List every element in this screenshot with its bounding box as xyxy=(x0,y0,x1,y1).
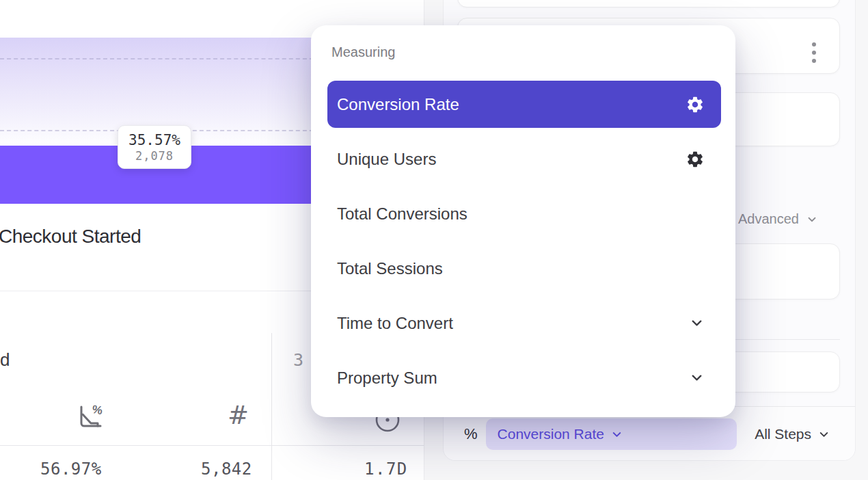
chevron-down-icon xyxy=(610,428,623,441)
advanced-label: Advanced xyxy=(738,211,799,227)
tooltip-rate: 35.57% xyxy=(128,132,180,148)
chevron-down-icon xyxy=(689,315,705,331)
menu-item-time-to-convert[interactable]: Time to Convert xyxy=(327,299,721,347)
menu-item-conversion-rate[interactable]: Conversion Rate xyxy=(327,81,721,128)
divider xyxy=(0,445,424,446)
advanced-toggle[interactable]: Advanced xyxy=(738,211,818,227)
menu-item-property-sum[interactable]: Property Sum xyxy=(327,354,721,401)
menu-item-label: Total Conversions xyxy=(337,204,467,224)
measuring-chip-label: Conversion Rate xyxy=(498,426,604,442)
conversion-rate-icon: % xyxy=(75,402,105,432)
menu-item-label: Property Sum xyxy=(337,369,437,388)
menu-item-label: Time to Convert xyxy=(337,314,453,333)
measuring-chip[interactable]: Conversion Rate xyxy=(486,418,737,450)
query-card xyxy=(457,0,840,8)
chevron-down-icon xyxy=(806,213,818,226)
metric-value-count: 5,842 xyxy=(201,459,252,479)
metric-value-conversion-rate: 56.97% xyxy=(40,459,102,479)
chevron-down-icon xyxy=(689,370,705,386)
count-icon: # xyxy=(228,401,249,430)
svg-text:%: % xyxy=(91,403,103,417)
menu-item-label: Conversion Rate xyxy=(337,95,459,114)
menu-item-label: Unique Users xyxy=(337,150,436,169)
tooltip-count: 2,078 xyxy=(135,149,174,163)
measuring-menu-heading: Measuring xyxy=(331,44,395,60)
menu-item-unique-users[interactable]: Unique Users xyxy=(327,135,721,183)
metric-type-symbol: % xyxy=(464,425,478,443)
gear-icon[interactable] xyxy=(686,95,705,114)
prev-step-name-fragment: d xyxy=(0,349,10,371)
menu-item-total-sessions[interactable]: Total Sessions xyxy=(327,245,721,292)
steps-selector[interactable]: All Steps xyxy=(755,426,856,442)
kebab-menu-icon[interactable] xyxy=(809,39,819,66)
menu-item-label: Total Sessions xyxy=(337,259,443,278)
measuring-menu: Measuring Conversion Rate Unique Users T… xyxy=(311,25,735,417)
menu-item-total-conversions[interactable]: Total Conversions xyxy=(327,190,721,237)
chevron-down-icon xyxy=(817,428,830,441)
next-step-number: 3 xyxy=(293,350,303,370)
gear-icon[interactable] xyxy=(686,150,705,169)
metric-value-time: 1.7D xyxy=(364,459,408,479)
steps-selector-label: All Steps xyxy=(755,426,811,442)
funnel-tooltip: 35.57% 2,078 xyxy=(118,125,191,169)
step-title: Checkout Started xyxy=(0,226,141,248)
column-divider xyxy=(271,333,272,480)
